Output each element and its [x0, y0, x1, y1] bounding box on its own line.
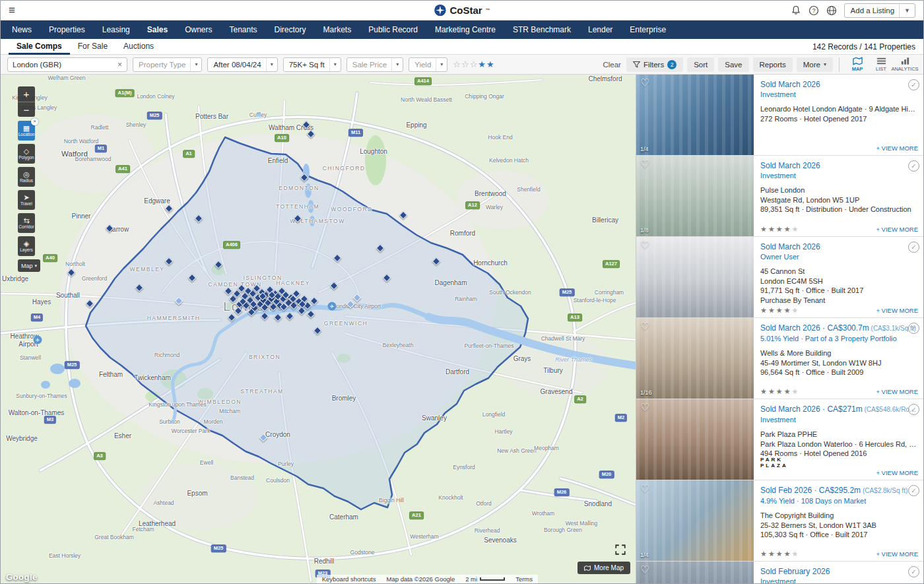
- more-button[interactable]: More ▾: [797, 57, 833, 72]
- sale-type-link[interactable]: 4.9% Yield · 108 Days on Market: [760, 497, 918, 505]
- view-toggle-map[interactable]: MAP: [845, 57, 869, 72]
- view-more-link[interactable]: + VIEW MORE: [876, 145, 918, 152]
- sale-title-link[interactable]: Sold March 2026: [760, 405, 820, 414]
- zoom-out-button[interactable]: −: [18, 102, 35, 117]
- results-panel[interactable]: ♡1/4Sold March 2026✓InvestmentLeonardo H…: [636, 75, 924, 584]
- map-tool-layers[interactable]: ◈Layers: [18, 236, 35, 256]
- property-photo[interactable]: ♡: [636, 237, 754, 317]
- filter-dropdown-property-type[interactable]: Property Type▾: [133, 57, 202, 72]
- filter-dropdown-after-08-04-24[interactable]: After 08/04/24▾: [207, 57, 277, 72]
- property-photo[interactable]: ♡1/4: [636, 75, 754, 155]
- sale-title-link[interactable]: Sold March 2026: [760, 323, 820, 333]
- rating-star-outline[interactable]: ☆: [453, 59, 461, 69]
- filter-dropdown-yield[interactable]: Yield▾: [409, 57, 447, 72]
- property-card[interactable]: ♡1/8Sold March 2026✓InvestmentPulse Lond…: [636, 156, 924, 237]
- select-checkmark-icon[interactable]: ✓: [908, 242, 919, 253]
- sale-title-link[interactable]: Sold March 2026: [760, 80, 820, 89]
- select-checkmark-icon[interactable]: ✓: [908, 566, 919, 577]
- property-card[interactable]: ♡1/4Sold Feb 2026 · CA$295.2m (CA$2.8k/S…: [636, 480, 924, 562]
- zoom-in-button[interactable]: +: [18, 86, 35, 102]
- nav-item-lender[interactable]: Lender: [579, 20, 621, 39]
- filter-dropdown-75k-sq-ft[interactable]: 75K+ Sq ft▾: [283, 57, 341, 72]
- sale-type-link[interactable]: Investment: [760, 90, 918, 99]
- filters-button[interactable]: Filters 2: [626, 57, 683, 72]
- nav-item-str-benchmark[interactable]: STR Benchmark: [504, 20, 579, 39]
- tab-for-sale[interactable]: For Sale: [70, 39, 116, 55]
- property-photo[interactable]: ♡1/4: [636, 480, 754, 561]
- tab-sale-comps[interactable]: Sale Comps: [9, 39, 70, 55]
- rating-star-filled[interactable]: ★: [486, 59, 495, 69]
- favorite-heart-icon[interactable]: ♡: [640, 564, 649, 576]
- sale-title-link[interactable]: Sold March 2026: [760, 161, 820, 170]
- map-tool-map-style[interactable]: Map▾: [18, 259, 40, 272]
- map-tool-location[interactable]: ▦Location×: [18, 121, 35, 141]
- rating-star-outline[interactable]: ☆: [461, 59, 470, 69]
- property-card[interactable]: ♡1/4Sold March 2026✓InvestmentLeonardo H…: [636, 75, 924, 156]
- fullscreen-expand-icon[interactable]: [614, 544, 626, 556]
- help-icon[interactable]: ?: [808, 5, 819, 16]
- sale-title-link[interactable]: Sold Feb 2026: [760, 486, 812, 495]
- favorite-heart-icon[interactable]: ♡: [640, 482, 649, 495]
- sort-button[interactable]: Sort: [687, 57, 714, 72]
- property-photo[interactable]: ♡: [636, 562, 754, 584]
- hamburger-menu-icon[interactable]: ≡: [9, 5, 15, 16]
- clear-search-icon[interactable]: ×: [117, 61, 122, 69]
- add-listing-button[interactable]: Add a Listing ▼: [844, 3, 915, 18]
- sale-title-link[interactable]: Sold March 2026: [760, 242, 820, 251]
- nav-item-tenants[interactable]: Tenants: [220, 20, 265, 39]
- location-search-input[interactable]: London (GBR) ×: [7, 57, 127, 72]
- sale-title-link[interactable]: Sold February 2026: [760, 567, 830, 576]
- notifications-bell-icon[interactable]: [791, 5, 801, 16]
- rating-filter[interactable]: ☆☆☆★★: [453, 59, 494, 69]
- sale-type-link[interactable]: Owner User: [760, 253, 918, 261]
- nav-item-directory[interactable]: Directory: [266, 20, 315, 39]
- select-checkmark-icon[interactable]: ✓: [908, 485, 919, 496]
- property-photo[interactable]: ♡: [636, 399, 754, 480]
- map-tool-travel[interactable]: ➤Travel: [18, 190, 35, 210]
- view-more-link[interactable]: + VIEW MORE: [876, 226, 918, 233]
- view-more-link[interactable]: + VIEW MORE: [876, 550, 918, 558]
- nav-item-owners[interactable]: Owners: [176, 20, 220, 39]
- nav-item-sales[interactable]: Sales: [139, 20, 176, 39]
- favorite-heart-icon[interactable]: ♡: [640, 320, 649, 333]
- sale-type-link[interactable]: Investment: [760, 577, 918, 584]
- map-canvas[interactable]: M25M25M25M25M1A1(M)M11A10A12A127A13A2M2M…: [1, 75, 636, 584]
- property-photo[interactable]: ♡1/16: [636, 318, 754, 399]
- nav-item-news[interactable]: News: [3, 20, 40, 39]
- clear-location-button[interactable]: ×: [31, 118, 38, 125]
- property-photo[interactable]: ♡1/8: [636, 156, 754, 236]
- property-card[interactable]: ♡1/16Sold March 2026 · CA$300.7m (CA$3.1…: [636, 318, 924, 399]
- nav-item-leasing[interactable]: Leasing: [94, 20, 139, 39]
- view-more-link[interactable]: + VIEW MORE: [876, 469, 918, 476]
- rating-star-filled[interactable]: ★: [478, 59, 486, 69]
- view-toggle-analytics[interactable]: ANALYTICS: [893, 57, 917, 72]
- filter-dropdown-sale-price[interactable]: Sale Price▾: [346, 57, 403, 72]
- favorite-heart-icon[interactable]: ♡: [640, 158, 649, 170]
- sale-type-link[interactable]: Investment: [760, 172, 918, 180]
- globe-icon[interactable]: [826, 5, 837, 16]
- map-tool-polygon[interactable]: ◇Polygon: [18, 144, 35, 164]
- property-card[interactable]: ♡Sold March 2026 · CA$271m (CA$548.6k/Ro…: [636, 399, 924, 480]
- select-checkmark-icon[interactable]: ✓: [908, 160, 919, 172]
- clear-filters-link[interactable]: Clear: [603, 61, 620, 69]
- view-more-link[interactable]: + VIEW MORE: [876, 307, 918, 314]
- view-more-link[interactable]: + VIEW MORE: [876, 388, 918, 395]
- view-toggle-list[interactable]: LIST: [869, 57, 893, 72]
- terms-link[interactable]: Terms: [515, 575, 533, 583]
- nav-item-enterprise[interactable]: Enterprise: [621, 20, 675, 39]
- nav-item-properties[interactable]: Properties: [40, 20, 94, 39]
- favorite-heart-icon[interactable]: ♡: [640, 239, 649, 251]
- property-card[interactable]: ♡Sold February 2026✓Investment: [636, 562, 924, 584]
- keyboard-shortcuts-link[interactable]: Keyboard shortcuts: [322, 575, 376, 583]
- favorite-heart-icon[interactable]: ♡: [640, 77, 649, 89]
- nav-item-markets[interactable]: Markets: [315, 20, 360, 39]
- tab-auctions[interactable]: Auctions: [116, 39, 162, 55]
- nav-item-marketing-centre[interactable]: Marketing Centre: [426, 20, 504, 39]
- select-checkmark-icon[interactable]: ✓: [908, 404, 919, 415]
- map-tool-radius[interactable]: ◎Radius: [18, 167, 35, 187]
- select-checkmark-icon[interactable]: ✓: [908, 323, 919, 334]
- rating-star-outline[interactable]: ☆: [470, 59, 478, 69]
- select-checkmark-icon[interactable]: ✓: [908, 79, 919, 90]
- reports-button[interactable]: Reports: [753, 57, 793, 72]
- more-map-button[interactable]: More Map: [578, 562, 630, 574]
